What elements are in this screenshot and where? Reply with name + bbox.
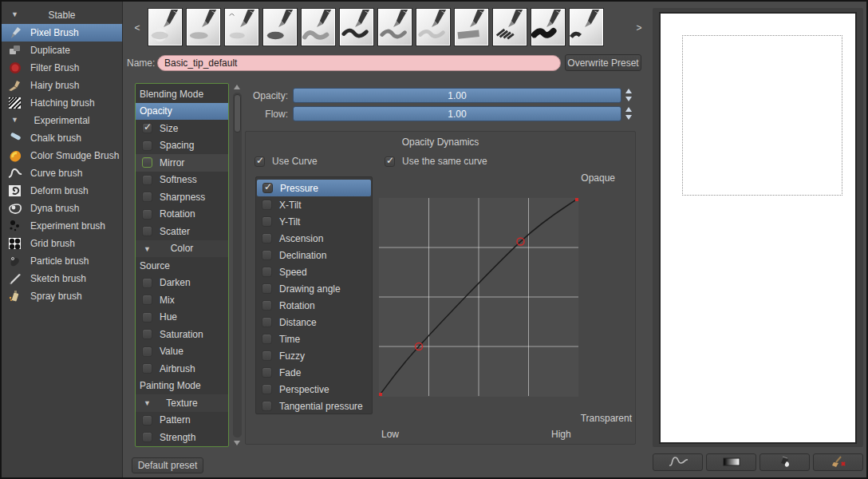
- flow-slider[interactable]: 1.00: [293, 106, 621, 121]
- checkbox-icon[interactable]: [142, 123, 152, 133]
- sensor-row-distance[interactable]: Distance: [256, 314, 372, 331]
- pen-partial-thumb[interactable]: [569, 8, 604, 46]
- sensor-row-y-tilt[interactable]: Y-Tilt: [256, 213, 372, 230]
- sidebar-item-hatching-brush[interactable]: Hatching brush: [2, 94, 122, 112]
- checkbox-icon[interactable]: [262, 401, 272, 411]
- option-row-color[interactable]: ▼Color: [136, 240, 228, 258]
- option-row-size[interactable]: Size: [136, 120, 228, 137]
- checkbox-icon[interactable]: [142, 312, 152, 323]
- option-row-spacing[interactable]: Spacing: [136, 137, 228, 155]
- brush-squiggle-button[interactable]: [653, 453, 703, 471]
- sensor-row-rotation[interactable]: Rotation: [256, 297, 372, 314]
- checkbox-icon[interactable]: [142, 432, 152, 442]
- option-row-opacity[interactable]: Opacity: [136, 103, 228, 121]
- option-row-pattern[interactable]: Pattern: [136, 412, 228, 430]
- curve-canvas[interactable]: [379, 198, 578, 397]
- marker-dab-thumb[interactable]: [531, 8, 566, 46]
- option-row-mix[interactable]: Mix: [136, 291, 228, 309]
- paint-pour-button[interactable]: [760, 453, 810, 471]
- sensor-row-x-tilt[interactable]: X-Tilt: [256, 196, 372, 213]
- checkbox-icon[interactable]: [254, 156, 265, 167]
- checkbox-icon[interactable]: [262, 350, 272, 361]
- checkbox-icon[interactable]: [142, 226, 152, 236]
- sidebar-item-dyna-brush[interactable]: Dyna brush: [2, 200, 122, 217]
- checkbox-icon[interactable]: [142, 157, 152, 168]
- option-row-texture[interactable]: ▼Texture: [136, 394, 228, 412]
- pressure-curve-editor[interactable]: [379, 198, 578, 397]
- checkbox-icon[interactable]: [262, 250, 272, 260]
- options-scrollbar[interactable]: [232, 83, 243, 447]
- reset-broom-button[interactable]: [813, 453, 863, 471]
- collapse-triangle-icon[interactable]: ▼: [144, 245, 151, 253]
- option-row-softness[interactable]: Softness: [136, 172, 228, 189]
- scroll-down-icon[interactable]: [234, 441, 240, 445]
- pen-soft-shadow-thumb[interactable]: [186, 8, 221, 46]
- pen-faint-curl-thumb[interactable]: [416, 8, 451, 46]
- sidebar-item-deform-brush[interactable]: Deform brush: [2, 182, 122, 200]
- collapse-triangle-icon[interactable]: ▼: [11, 116, 18, 124]
- opacity-spinner[interactable]: [625, 89, 632, 101]
- sensor-row-pressure[interactable]: Pressure: [257, 180, 371, 196]
- checkbox-icon[interactable]: [142, 141, 152, 151]
- option-row-rotation[interactable]: Rotation: [136, 206, 228, 224]
- checkbox-icon[interactable]: [262, 200, 272, 210]
- sidebar-item-sketch-brush[interactable]: Sketch brush: [2, 270, 122, 287]
- sidebar-item-filter-brush[interactable]: Filter Brush: [2, 59, 122, 77]
- checkbox-icon[interactable]: [142, 278, 152, 288]
- option-row-strength[interactable]: Strength: [136, 429, 228, 446]
- sensor-row-declination[interactable]: Declination: [256, 247, 372, 263]
- option-row-mirror[interactable]: Mirror: [136, 154, 228, 172]
- use-same-curve-checkbox[interactable]: Use the same curve: [385, 156, 487, 167]
- scrollbar-thumb[interactable]: [234, 94, 241, 133]
- checkbox-icon[interactable]: [262, 334, 272, 344]
- option-row-value[interactable]: Value: [136, 343, 228, 361]
- checkbox-icon[interactable]: [262, 216, 272, 227]
- checkbox-icon[interactable]: [262, 300, 272, 311]
- scrollbar-track[interactable]: [233, 93, 242, 437]
- checkbox-icon[interactable]: [142, 329, 152, 339]
- checkbox-icon[interactable]: [262, 283, 272, 294]
- sensor-row-speed[interactable]: Speed: [256, 263, 372, 280]
- scratchpad-canvas[interactable]: [659, 12, 857, 444]
- option-row-scatter[interactable]: Scatter: [136, 223, 228, 240]
- sidebar-item-curve-brush[interactable]: Curve brush: [2, 164, 122, 182]
- use-curve-checkbox[interactable]: Use Curve: [254, 156, 318, 167]
- checkbox-icon[interactable]: [142, 192, 152, 202]
- pen-gray-curl-thumb[interactable]: [377, 8, 412, 46]
- sidebar-item-color-smudge-brush[interactable]: Color Smudge Brush: [2, 147, 122, 164]
- scroll-up-icon[interactable]: [234, 85, 240, 89]
- sidebar-item-spray-brush[interactable]: Spray brush: [2, 287, 122, 305]
- collapse-triangle-icon[interactable]: ▼: [11, 10, 18, 18]
- sidebar-section-experimental[interactable]: ▼Experimental: [2, 112, 122, 129]
- preset-strip[interactable]: [148, 6, 636, 49]
- default-preset-button[interactable]: Default preset: [132, 457, 203, 473]
- checkbox-icon[interactable]: [262, 233, 272, 243]
- gradient-fill-button[interactable]: [706, 453, 756, 471]
- pen-dark-curl-thumb[interactable]: [339, 8, 374, 46]
- option-row-sharpness[interactable]: Sharpness: [136, 188, 228, 206]
- sensor-row-time[interactable]: Time: [256, 331, 372, 347]
- opacity-slider[interactable]: 1.00: [293, 88, 621, 103]
- pen-checkered-glow-thumb[interactable]: [148, 8, 183, 46]
- spin-down-icon[interactable]: [625, 115, 632, 120]
- checkbox-icon[interactable]: [142, 415, 152, 426]
- sidebar-item-particle-brush[interactable]: Particle brush: [2, 252, 122, 270]
- checkbox-icon[interactable]: [142, 295, 152, 305]
- preset-name-input[interactable]: [157, 55, 561, 71]
- option-row-saturation[interactable]: Saturation: [136, 326, 228, 343]
- spin-up-icon[interactable]: [625, 89, 632, 93]
- checkbox-icon[interactable]: [262, 183, 273, 193]
- sensor-row-fade[interactable]: Fade: [256, 364, 372, 381]
- marker-band-thumb[interactable]: [454, 8, 489, 46]
- overwrite-preset-button[interactable]: Overwrite Preset: [565, 54, 641, 71]
- sensor-row-drawing-angle[interactable]: Drawing angle: [256, 280, 372, 297]
- option-row-blending-mode[interactable]: Blending Mode: [136, 85, 228, 103]
- checkbox-icon[interactable]: [262, 384, 272, 394]
- preset-strip-next-arrow[interactable]: >: [633, 22, 645, 34]
- sidebar-item-grid-brush[interactable]: Grid brush: [2, 235, 122, 252]
- sidebar-item-duplicate[interactable]: Duplicate: [2, 42, 122, 59]
- sensor-row-tangential-pressure[interactable]: Tangential pressure: [256, 398, 372, 414]
- checkbox-icon[interactable]: [262, 367, 272, 378]
- checkbox-icon[interactable]: [142, 346, 152, 357]
- sensor-row-ascension[interactable]: Ascension: [256, 230, 372, 247]
